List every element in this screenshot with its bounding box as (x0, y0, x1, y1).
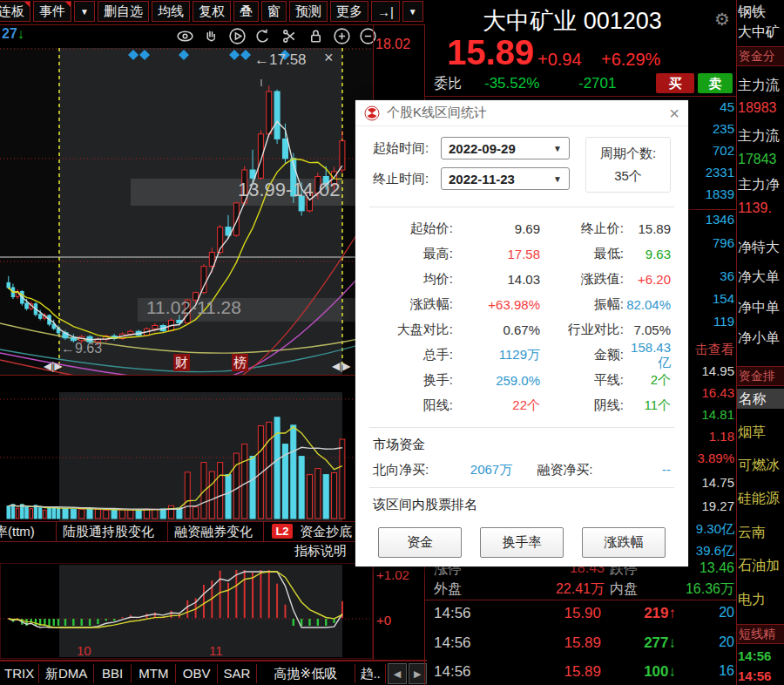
indicator-tab-4[interactable]: OBV (176, 664, 217, 683)
stat-value: 15.89 (624, 221, 671, 236)
gear-icon[interactable]: ⚙ (714, 9, 730, 30)
stat-label: 涨跌值: (545, 271, 624, 288)
board-count: 27 (2, 26, 17, 41)
divider (688, 209, 736, 210)
rank-buttons: 资金换手率涨跌幅 (378, 527, 666, 558)
zoom-out-icon[interactable] (359, 27, 377, 45)
undo-icon[interactable] (254, 27, 273, 45)
rank-item-3[interactable]: 云南 (738, 524, 766, 542)
rank-item-5[interactable]: 电力 (738, 591, 766, 609)
badge-榜[interactable]: 榜 (232, 354, 248, 371)
rank-button-2[interactable]: 涨跌幅 (582, 527, 666, 558)
menu-caret-icon[interactable]: ▼ (74, 1, 95, 22)
short-term-alert-header: 短线精 (737, 624, 784, 644)
board-count-label: 27↓ (2, 26, 24, 42)
menu-item-7[interactable]: 预测 (289, 1, 328, 22)
indicator-tab-1[interactable]: 新DMA (39, 664, 94, 683)
quote-value: 2331 (706, 165, 734, 180)
volume-chart[interactable] (0, 376, 373, 521)
menu-item-5[interactable]: 叠 (233, 1, 259, 22)
month-label: 10 (77, 643, 91, 658)
l2-badge[interactable]: L2 (272, 524, 293, 539)
stat-value: 22个 (453, 397, 540, 414)
tab-margin-trading[interactable]: 融资融券变化 (174, 524, 253, 540)
menu-item-4[interactable]: 复权 (193, 1, 231, 22)
name-column-header[interactable]: 名称 (737, 389, 784, 409)
chart-tools (176, 27, 377, 45)
stat-value: 158.43亿 (624, 340, 671, 371)
stat-label: 总手: (373, 347, 453, 363)
alert-time[interactable]: 14:56 (738, 648, 771, 663)
menu-item-2[interactable]: 删自选 (98, 1, 149, 22)
quote-value: 14.95 (701, 363, 734, 378)
end-time-select[interactable]: 2022-11-23 ▼ (441, 167, 570, 190)
rank-item-1[interactable]: 可燃冰 (738, 457, 780, 475)
zoom-in-icon[interactable] (333, 27, 351, 45)
month-label: 11 (209, 643, 223, 658)
rank-button-0[interactable]: 资金 (378, 527, 462, 558)
scissors-icon[interactable] (280, 27, 299, 45)
stat-row: 阳线:22个阴线:11个 (373, 393, 671, 418)
scroll-left-icon[interactable]: ◀ (388, 663, 406, 684)
menu-item-1[interactable]: 事件 (33, 1, 71, 22)
rank-item-4[interactable]: 石油加 (738, 557, 780, 575)
menu-item-3[interactable]: 均线 (152, 1, 190, 22)
quote-value: 702 (713, 143, 734, 158)
stat-value: 7.05% (624, 322, 671, 337)
stat-label: 大盘对比: (373, 322, 453, 338)
stat-label: 阴线: (545, 397, 624, 414)
play-icon[interactable] (228, 27, 247, 45)
dialog-titlebar[interactable]: 个股K线区间统计 × (355, 100, 688, 126)
eye-icon[interactable] (176, 27, 194, 45)
quote-value: 9.30亿 (696, 521, 734, 538)
menu-caret-icon[interactable]: ▼ (402, 1, 423, 22)
tick-volume: 219↑ (610, 605, 676, 622)
indicator-tab-7[interactable]: 趋.. (355, 664, 387, 683)
sell-button[interactable]: 卖 (698, 73, 733, 93)
stat-label: 金额: (545, 347, 624, 363)
stat-row: 起始价:9.69终止价:15.89 (373, 216, 671, 241)
menu-item-0[interactable]: 连板 (0, 1, 30, 22)
tab-pe-ttm[interactable]: 率(ttm) (0, 524, 35, 540)
kline-chart[interactable] (0, 48, 373, 375)
quote-value: 235 (713, 121, 734, 136)
click-to-view-link[interactable]: 击查看 (695, 342, 734, 358)
stat-value: 0.67% (453, 322, 540, 337)
overlay-close-icon[interactable]: × (324, 49, 334, 67)
indicator-tab-2[interactable]: BBI (94, 664, 132, 683)
alert-time[interactable]: 14:56 (738, 668, 771, 683)
lock-icon[interactable] (307, 27, 325, 45)
indicator-help-button[interactable]: 指标说明 (294, 543, 347, 560)
price-change: +0.94 (537, 50, 582, 70)
pager-right[interactable]: ◀|▶ (332, 360, 351, 372)
stat-value: 2个 (624, 372, 671, 389)
start-time-select[interactable]: 2022-09-29 ▼ (441, 137, 570, 159)
quote-value: 14.81 (701, 407, 734, 422)
indicator-tab-0[interactable]: TRIX (0, 664, 39, 683)
menu-item-6[interactable]: 窗 (261, 1, 287, 22)
indicator-tab-5[interactable]: SAR (218, 664, 257, 683)
tab-northbound-holdings[interactable]: 陆股通持股变化 (63, 524, 154, 540)
limit-down-value: 13.46 (700, 560, 734, 576)
gap2-annotation: 11.02-11.28 (146, 297, 241, 318)
buy-button[interactable]: 买 (656, 73, 694, 93)
stat-label: 最高: (373, 246, 453, 262)
rank-item-0[interactable]: 烟草 (738, 424, 766, 442)
badge-财[interactable]: 财 (173, 354, 190, 371)
stat-row: 总手:1129万金额:158.43亿 (373, 342, 671, 368)
indicator-tab-6[interactable]: 高抛※低吸 (257, 664, 355, 683)
margin-buy-label: 融资净买: (537, 462, 592, 478)
rank-item-2[interactable]: 硅能源 (738, 490, 780, 508)
end-time-label: 终止时间: (373, 171, 441, 187)
jump-right-icon[interactable]: →| (371, 1, 400, 22)
alert-notch (24, 2, 30, 7)
indicator-chart[interactable] (0, 563, 373, 659)
pager-left[interactable]: ◀|▶ (44, 360, 63, 372)
stats-grid: 起始价:9.69终止价:15.89最高:17.58最低:9.63均价:14.03… (373, 216, 671, 418)
menu-item-8[interactable]: 更多 (330, 1, 368, 22)
hand-icon[interactable] (202, 27, 220, 45)
dialog-close-icon[interactable]: × (669, 105, 679, 122)
tab-fund-bottom-fishing[interactable]: 资金抄底 (300, 524, 352, 540)
rank-button-1[interactable]: 换手率 (480, 527, 564, 558)
indicator-tab-3[interactable]: MTM (132, 664, 176, 683)
